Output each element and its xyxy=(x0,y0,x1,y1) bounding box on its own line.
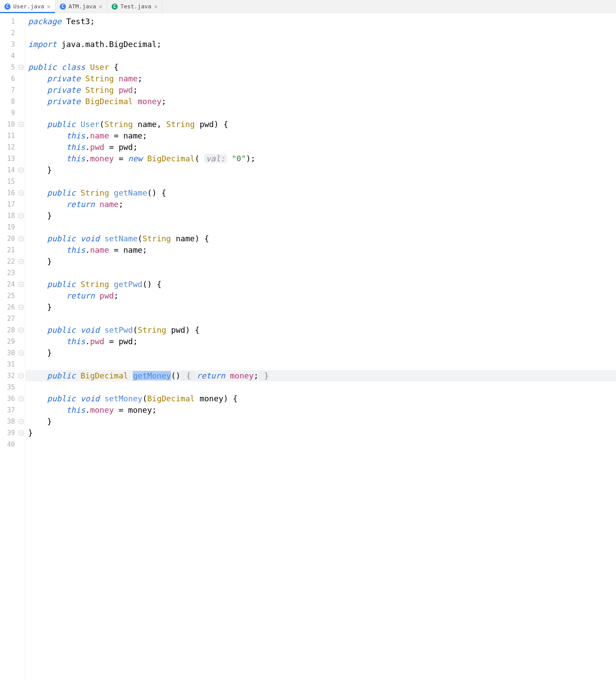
code-line[interactable]: } xyxy=(25,164,616,176)
code-line[interactable]: } xyxy=(25,210,616,222)
line-number: 29 xyxy=(0,336,19,347)
code-line[interactable]: public void setName(String name) { xyxy=(25,233,616,244)
code-line[interactable] xyxy=(25,222,616,233)
line-number-gutter: 1234567891011121314151617181920212223242… xyxy=(0,13,19,680)
code-line[interactable]: this.money = new BigDecimal( val: "0"); xyxy=(25,153,616,164)
fold-close-icon[interactable] xyxy=(18,430,25,436)
code-line[interactable]: public void setMoney(BigDecimal money) { xyxy=(25,393,616,404)
line-number: 13 xyxy=(0,153,19,164)
fold-open-icon[interactable] xyxy=(18,373,25,379)
code-line[interactable]: } xyxy=(25,416,616,427)
code-line[interactable]: return name; xyxy=(25,199,616,210)
code-line[interactable] xyxy=(25,27,616,39)
line-number: 28 xyxy=(0,324,19,336)
fold-open-icon[interactable] xyxy=(18,327,25,334)
line-number: 26 xyxy=(0,302,19,313)
code-line[interactable]: this.name = name; xyxy=(25,244,616,256)
code-line[interactable] xyxy=(25,313,616,324)
code-line[interactable] xyxy=(25,359,616,370)
tab-atm-java[interactable]: C ATM.java × xyxy=(55,0,107,13)
fold-open-icon[interactable] xyxy=(18,190,25,196)
code-line[interactable]: private BigDecimal money; xyxy=(25,96,616,107)
fold-close-icon[interactable] xyxy=(18,213,25,219)
code-line[interactable]: private String name; xyxy=(25,73,616,84)
code-line[interactable]: } xyxy=(25,256,616,267)
line-number: 6 xyxy=(0,73,19,84)
line-number: 2 xyxy=(0,27,19,39)
fold-close-icon[interactable] xyxy=(18,419,25,425)
line-number: 31 xyxy=(0,359,19,370)
tab-label: ATM.java xyxy=(69,3,96,10)
code-line[interactable] xyxy=(25,176,616,187)
line-number: 40 xyxy=(0,439,19,450)
fold-open-icon[interactable] xyxy=(18,396,25,402)
fold-close-icon[interactable] xyxy=(18,305,25,311)
java-class-icon: C xyxy=(60,4,66,10)
fold-open-icon[interactable] xyxy=(18,236,25,242)
fold-close-icon[interactable] xyxy=(18,259,25,265)
code-line[interactable] xyxy=(25,50,616,62)
line-number: 22 xyxy=(0,256,19,267)
line-number: 19 xyxy=(0,222,19,233)
line-number: 35 xyxy=(0,382,19,393)
code-line[interactable]: this.pwd = pwd; xyxy=(25,142,616,153)
line-number: 1 xyxy=(0,16,19,27)
code-line[interactable]: public String getPwd() { xyxy=(25,279,616,290)
fold-close-icon[interactable] xyxy=(18,167,25,174)
line-number: 25 xyxy=(0,290,19,302)
code-editor[interactable]: 1234567891011121314151617181920212223242… xyxy=(0,13,616,680)
close-icon[interactable]: × xyxy=(99,4,102,10)
code-line[interactable] xyxy=(25,267,616,279)
code-line[interactable]: this.pwd = pwd; xyxy=(25,336,616,347)
code-line[interactable]: public class User { xyxy=(25,62,616,73)
code-line[interactable]: this.money = money; xyxy=(25,404,616,416)
line-number: 38 xyxy=(0,416,19,427)
code-line[interactable]: } xyxy=(25,347,616,359)
code-line[interactable]: private String pwd; xyxy=(25,84,616,96)
java-class-icon: C xyxy=(4,4,11,10)
line-number: 5 xyxy=(0,62,19,73)
code-line[interactable] xyxy=(25,439,616,450)
code-line-highlighted[interactable]: public BigDecimal getMoney() { return mo… xyxy=(25,370,616,382)
code-line[interactable] xyxy=(25,107,616,119)
line-number: 10 xyxy=(0,119,19,130)
line-number: 12 xyxy=(0,142,19,153)
tab-label: Test.java xyxy=(120,3,151,10)
editor-tab-bar: C User.java × C ATM.java × C Test.java × xyxy=(0,0,616,13)
code-line[interactable]: public User(String name, String pwd) { xyxy=(25,119,616,130)
line-number: 27 xyxy=(0,313,19,324)
line-number: 15 xyxy=(0,176,19,187)
code-line[interactable]: public void setPwd(String pwd) { xyxy=(25,324,616,336)
code-area[interactable]: package Test3; import java.math.BigDecim… xyxy=(25,13,616,680)
java-test-icon: C xyxy=(112,4,118,10)
line-number: 11 xyxy=(0,130,19,142)
line-number: 9 xyxy=(0,107,19,119)
fold-column xyxy=(19,13,25,680)
code-line[interactable]: } xyxy=(25,427,616,439)
line-number: 21 xyxy=(0,244,19,256)
line-number: 17 xyxy=(0,199,19,210)
code-line[interactable]: this.name = name; xyxy=(25,130,616,142)
line-number: 16 xyxy=(0,187,19,199)
line-number: 24 xyxy=(0,279,19,290)
line-number: 18 xyxy=(0,210,19,222)
line-number: 20 xyxy=(0,233,19,244)
line-number: 8 xyxy=(0,96,19,107)
close-icon[interactable]: × xyxy=(47,4,50,10)
fold-close-icon[interactable] xyxy=(18,350,25,356)
code-line[interactable]: package Test3; xyxy=(25,16,616,27)
line-number: 7 xyxy=(0,84,19,96)
fold-open-icon[interactable] xyxy=(18,122,25,128)
line-number: 32 xyxy=(0,370,19,382)
code-line[interactable]: import java.math.BigDecimal; xyxy=(25,39,616,50)
fold-open-icon[interactable] xyxy=(18,282,25,288)
close-icon[interactable]: × xyxy=(154,4,157,10)
tab-test-java[interactable]: C Test.java × xyxy=(107,0,163,13)
code-line[interactable]: } xyxy=(25,302,616,313)
parameter-hint: val: xyxy=(204,154,227,163)
code-line[interactable]: public String getName() { xyxy=(25,187,616,199)
fold-open-icon[interactable] xyxy=(18,65,25,71)
tab-user-java[interactable]: C User.java × xyxy=(0,0,55,13)
code-line[interactable]: return pwd; xyxy=(25,290,616,302)
code-line[interactable] xyxy=(25,382,616,393)
